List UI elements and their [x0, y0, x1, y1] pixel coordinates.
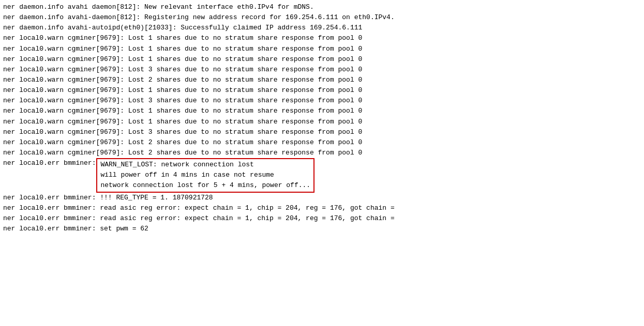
log-line: ner local0.warn cgminer[9679]: Lost 1 sh… [3, 106, 641, 116]
log-line: ner local0.warn cgminer[9679]: Lost 1 sh… [3, 85, 641, 96]
log-line: ner local0.err bmminer: !!! REG_TYPE = 1… [3, 193, 641, 203]
warn-net-lost: WARN_NET_LOST: network connection lost [100, 160, 310, 170]
log-line: ner local0.warn cgminer[9679]: Lost 3 sh… [3, 96, 641, 106]
log-line: ner local0.warn cgminer[9679]: Lost 2 sh… [3, 75, 641, 85]
log-line: ner daemon.info avahi-autoipd(eth0)[2103… [3, 23, 641, 33]
log-line: ner local0.warn cgminer[9679]: Lost 3 sh… [3, 65, 641, 75]
log-line: ner local0.err bmminer: set pwm = 62 [3, 224, 641, 234]
log-line: ner daemon.info avahi-daemon[812]: Regis… [3, 12, 641, 23]
log-line: ner local0.warn cgminer[9679]: Lost 1 sh… [3, 33, 641, 43]
log-line: ner local0.warn cgminer[9679]: Lost 3 sh… [3, 127, 641, 137]
log-line: ner daemon.info avahi daemon[812]: New r… [3, 2, 641, 12]
highlighted-warning-block: WARN_NET_LOST: network connection lost w… [96, 158, 314, 192]
log-line: ner local0.warn cgminer[9679]: Lost 2 sh… [3, 137, 641, 148]
log-line: ner local0.warn cgminer[9679]: Lost 1 sh… [3, 117, 641, 127]
connection-lost-msg: network connection lost for 5 + 4 mins, … [100, 180, 310, 191]
log-line: ner local0.err bmminer: read asic reg er… [3, 213, 641, 224]
log-line: ner local0.err bmminer: read asic reg er… [3, 203, 641, 213]
log-line: ner local0.warn cgminer[9679]: Lost 2 sh… [3, 148, 641, 158]
log-prefix: ner local0.err bmminer: [3, 158, 96, 168]
log-line: ner local0.warn cgminer[9679]: Lost 1 sh… [3, 44, 641, 54]
power-off-warning: will power off in 4 mins in case not res… [100, 170, 310, 180]
log-container: ner daemon.info avahi daemon[812]: New r… [0, 0, 644, 236]
highlighted-block-row1: ner local0.err bmminer: WARN_NET_LOST: n… [3, 158, 641, 192]
log-line: ner local0.warn cgminer[9679]: Lost 1 sh… [3, 54, 641, 65]
